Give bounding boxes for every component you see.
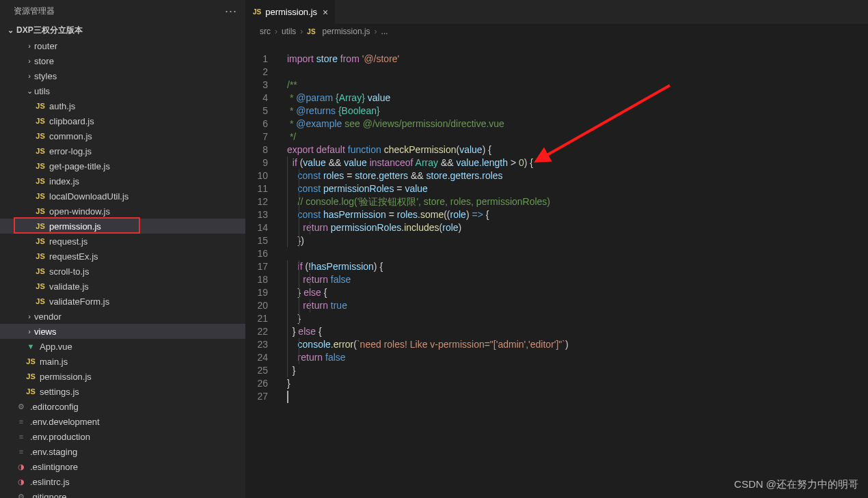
explorer-header: 资源管理器 ··· [0, 0, 245, 23]
breadcrumb-item[interactable]: src [260, 27, 271, 36]
close-icon[interactable]: × [323, 7, 328, 18]
file--eslintignore[interactable]: ◑.eslintignore [0, 459, 245, 474]
code-line[interactable]: // console.log('验证按钮权限', store, roles, p… [287, 195, 868, 208]
chevron-icon [25, 42, 34, 50]
line-number: 10 [246, 169, 268, 182]
file-main-js[interactable]: JSmain.js [0, 354, 245, 369]
file-tree[interactable]: routerstorestylesutilsJSauth.jsJSclipboa… [0, 38, 245, 498]
code-line[interactable]: if (!hasPermission) { [287, 260, 868, 273]
code-line[interactable]: * @example see @/views/permission/direct… [287, 117, 868, 130]
tree-item-label: requestEx.js [49, 251, 98, 262]
file-requestEx-js[interactable]: JSrequestEx.js [0, 249, 245, 264]
file-permission-js[interactable]: JSpermission.js [0, 369, 245, 384]
code-line[interactable]: } else { [287, 286, 868, 299]
line-number: 19 [246, 286, 268, 299]
file-permission-js[interactable]: JSpermission.js [0, 219, 245, 234]
tree-item-label: permission.js [40, 372, 92, 382]
file-scroll-to-js[interactable]: JSscroll-to.js [0, 264, 245, 279]
explorer-sidebar: 资源管理器 ··· ⌄ DXP三权分立版本 routerstorestylesu… [0, 0, 246, 498]
breadcrumb-item[interactable]: utils [282, 27, 296, 36]
line-number: 8 [246, 143, 268, 156]
code-line[interactable]: } [287, 312, 868, 325]
breadcrumb[interactable]: src›utils›JSpermission.js›... [246, 24, 868, 39]
code-editor[interactable]: 1234567891011121314151617181920212223242… [246, 39, 868, 498]
breadcrumb-item[interactable]: ... [381, 27, 388, 36]
line-number: 15 [246, 234, 268, 247]
code-line[interactable]: const hasPermission = roles.some((role) … [287, 208, 868, 221]
file--env-production[interactable]: ≡.env.production [0, 429, 245, 444]
folder-router[interactable]: router [0, 38, 245, 53]
code-line[interactable]: const permissionRoles = value [287, 182, 868, 195]
file-auth-js[interactable]: JSauth.js [0, 98, 245, 113]
file--env-staging[interactable]: ≡.env.staging [0, 444, 245, 459]
tree-item-label: validate.js [49, 281, 89, 292]
tree-item-label: views [34, 327, 57, 337]
folder-views[interactable]: views [0, 324, 245, 339]
code-line[interactable]: return false [287, 351, 868, 364]
file-open-window-js[interactable]: JSopen-window.js [0, 204, 245, 219]
more-icon[interactable]: ··· [225, 4, 237, 18]
file--gitignore[interactable]: ⚙.gitignore [0, 489, 245, 498]
code-line[interactable] [287, 247, 868, 260]
file-request-js[interactable]: JSrequest.js [0, 234, 245, 249]
file--env-development[interactable]: ≡.env.development [0, 414, 245, 429]
tree-item-label: .env.production [30, 432, 90, 442]
code-line[interactable] [287, 390, 868, 403]
code-line[interactable]: console.error(`need roles! Like v-permis… [287, 338, 868, 351]
line-number: 3 [246, 79, 268, 92]
file-settings-js[interactable]: JSsettings.js [0, 384, 245, 399]
code-line[interactable]: export default function checkPermission(… [287, 143, 868, 156]
tree-item-label: .eslintignore [30, 462, 78, 472]
tree-item-label: common.js [49, 131, 92, 141]
file--eslintrc-js[interactable]: ◑.eslintrc.js [0, 474, 245, 489]
file-get-page-title-js[interactable]: JSget-page-title.js [0, 158, 245, 174]
watermark: CSDN @还在努力中的明哥 [734, 478, 858, 491]
file-validateForm-js[interactable]: JSvalidateForm.js [0, 294, 245, 309]
file-localDownloadUtil-js[interactable]: JSlocalDownloadUtil.js [0, 189, 245, 204]
folder-store[interactable]: store [0, 53, 245, 68]
code-line[interactable]: /** [287, 79, 868, 92]
code-line[interactable]: * @returns {Boolean} [287, 105, 868, 117]
project-root-label: DXP三权分立版本 [16, 25, 83, 36]
code-line[interactable]: */ [287, 130, 868, 143]
file-error-log-js[interactable]: JSerror-log.js [0, 143, 245, 158]
tree-item-label: permission.js [49, 221, 101, 232]
file--editorconfig[interactable]: ⚙.editorconfig [0, 399, 245, 414]
breadcrumb-item[interactable]: permission.js [323, 27, 370, 36]
code-content[interactable]: import store from '@/store' /** * @param… [287, 53, 868, 403]
file-validate-js[interactable]: JSvalidate.js [0, 279, 245, 294]
code-line[interactable]: } [287, 377, 868, 390]
tree-item-label: auth.js [49, 101, 75, 111]
chevron-down-icon: ⌄ [5, 26, 15, 35]
js-icon: JS [253, 8, 261, 16]
folder-vendor[interactable]: vendor [0, 309, 245, 324]
line-number: 16 [246, 247, 268, 260]
editor-tabs: JS permission.js × [246, 0, 868, 24]
folder-styles[interactable]: styles [0, 68, 245, 83]
code-line[interactable]: const roles = store.getters && store.get… [287, 169, 868, 182]
code-line[interactable]: return true [287, 299, 868, 312]
code-line[interactable]: }) [287, 234, 868, 247]
code-line[interactable]: import store from '@/store' [287, 53, 868, 66]
tree-item-label: .gitignore [30, 492, 66, 499]
tab-permission-js[interactable]: JS permission.js × [246, 0, 336, 24]
code-line[interactable]: return false [287, 273, 868, 286]
line-number: 12 [246, 195, 268, 208]
code-line[interactable]: return permissionRoles.includes(role) [287, 221, 868, 234]
tree-item-label: store [34, 56, 54, 66]
code-line[interactable]: } [287, 364, 868, 377]
file-clipboard-js[interactable]: JSclipboard.js [0, 113, 245, 128]
code-line[interactable]: * @param {Array} value [287, 92, 868, 105]
line-number: 21 [246, 312, 268, 325]
folder-utils[interactable]: utils [0, 83, 245, 98]
breadcrumb-separator: › [375, 27, 377, 36]
file-index-js[interactable]: JSindex.js [0, 174, 245, 189]
file-common-js[interactable]: JScommon.js [0, 128, 245, 143]
code-line[interactable]: if (value && value instanceof Array && v… [287, 156, 868, 169]
tree-item-label: localDownloadUtil.js [49, 191, 128, 202]
line-number: 6 [246, 117, 268, 130]
code-line[interactable]: } else { [287, 325, 868, 338]
code-line[interactable] [287, 66, 868, 79]
project-root[interactable]: ⌄ DXP三权分立版本 [0, 23, 245, 38]
file-App-vue[interactable]: ▼App.vue [0, 339, 245, 354]
